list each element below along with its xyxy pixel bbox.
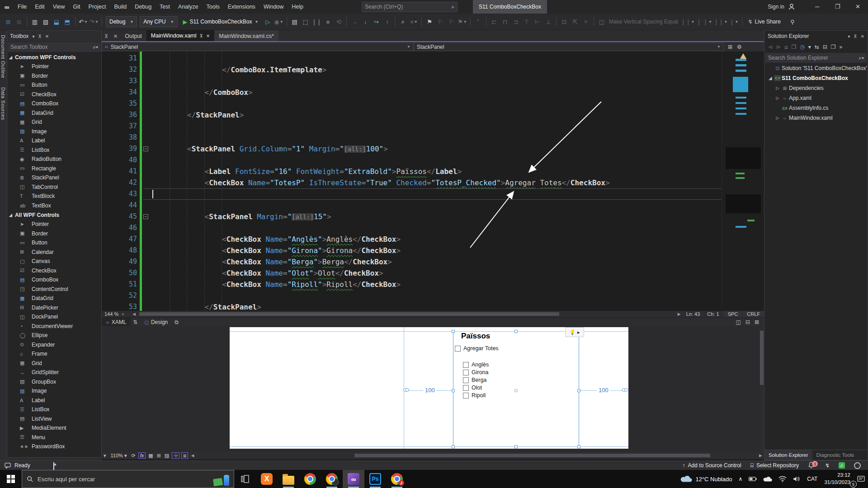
close-button[interactable]: ✕ xyxy=(848,0,868,14)
hscroll-left-icon[interactable]: ◀ xyxy=(131,312,137,316)
margin-anchor-right-icon[interactable] xyxy=(622,388,628,393)
tree-item-solution-s11-comboboxcheckbox-[interactable]: ⊡Solution 'S11 ComboBoxCheckBox' xyxy=(764,63,868,73)
tree-item-dependencies[interactable]: ▷⊞Dependencies xyxy=(764,83,868,93)
preview-checkbox-olot[interactable]: Olot xyxy=(463,385,482,391)
volume-icon[interactable] xyxy=(790,470,804,488)
pending-changes-filter-icon[interactable]: ◷ xyxy=(798,44,806,50)
step-into-icon[interactable]: ↓ xyxy=(360,17,371,27)
design-hscroll-left-icon[interactable]: ◀ xyxy=(189,453,196,458)
taskbar-app-photoshop[interactable]: Ps xyxy=(364,470,386,488)
tree-item-assemblyinfo-cs[interactable]: C#AssemblyInfo.cs xyxy=(764,103,868,113)
tree-item-s11-comboboxcheckbox[interactable]: ◢C#S11 ComboBoxCheckBox xyxy=(764,73,868,83)
toolbox-item-image[interactable]: ▨Image xyxy=(7,386,101,396)
preview-checkbox-master[interactable]: Agregar Totes xyxy=(455,345,499,352)
horizontal-split-icon[interactable]: ⊟ xyxy=(743,319,752,325)
breadcrumb-left-dropdown[interactable]: ‹› StackPanel ▼ xyxy=(102,42,414,51)
menu-window[interactable]: Window xyxy=(259,0,288,14)
design-vertical-scrollbar[interactable] xyxy=(760,331,764,385)
toolbox-item-groupbox[interactable]: ▧GroupBox xyxy=(7,377,101,387)
add-to-source-control-button[interactable]: ↑ Add to Source Control▲ xyxy=(678,462,746,469)
panel-pin-icon[interactable]: ⊼ xyxy=(854,34,857,39)
checkbox-box[interactable] xyxy=(463,393,469,399)
preview-label-paissos[interactable]: Païssos xyxy=(461,332,490,341)
designer-view-icon[interactable]: ⬚ xyxy=(300,17,311,27)
fold-collapse-icon[interactable]: − xyxy=(143,146,148,151)
code-line[interactable]: 44 xyxy=(102,200,722,211)
snap-to-snaplines-icon[interactable]: ⧈ xyxy=(181,452,188,459)
toolbox-item-listview[interactable]: ▤ListView xyxy=(7,414,101,424)
popout-icon[interactable]: ⧉ xyxy=(172,319,181,325)
menu-project[interactable]: Project xyxy=(85,0,110,14)
toolbox-item-button[interactable]: ▭Button xyxy=(7,80,101,90)
menu-analyze[interactable]: Analyze xyxy=(174,0,202,14)
search-highlight-image[interactable] xyxy=(213,472,229,486)
taskbar-app-explorer[interactable] xyxy=(278,470,299,488)
build-ok-shield-icon[interactable]: ✓ xyxy=(834,462,849,469)
toolbox-item-textblock[interactable]: TTextBlock xyxy=(7,192,101,201)
properties-icon[interactable]: ❐ xyxy=(829,44,838,50)
side-tab-data-sources[interactable]: Data Sources xyxy=(0,83,6,125)
margin-left-value[interactable]: 100 xyxy=(423,387,437,394)
code-line[interactable]: 31 xyxy=(102,53,722,64)
checkbox-box[interactable] xyxy=(463,377,469,383)
toolbox-section[interactable]: ◢Common WPF Controls xyxy=(7,52,101,62)
toolbox-item-datepicker[interactable]: ⊟DatePicker xyxy=(7,303,101,313)
split-window-icon[interactable]: ⊞ xyxy=(726,44,735,50)
preview-checkbox-ripoll[interactable]: Ripoll xyxy=(463,392,486,399)
checkbox-box[interactable] xyxy=(455,346,461,352)
preview-checkbox-girona[interactable]: Girona xyxy=(463,369,489,375)
toolbox-item-checkbox[interactable]: ☑CheckBox xyxy=(7,90,101,99)
toolbox-item-label[interactable]: ALabel xyxy=(7,136,101,145)
taskbar-app-chrome-profile[interactable] xyxy=(321,470,343,488)
onedrive-cloud-icon[interactable] xyxy=(760,470,775,488)
preview-checkbox-berga[interactable]: Berga xyxy=(463,377,486,383)
find-icon[interactable]: ⌕ xyxy=(397,17,408,27)
tree-item-mainwindow-xaml[interactable]: ▷‹›MainWindow.xaml xyxy=(764,113,868,123)
checkbox-box[interactable] xyxy=(463,385,469,391)
save-icon[interactable]: ⬓ xyxy=(51,17,62,27)
toolbox-item-expander[interactable]: ⊙Expander xyxy=(7,340,101,350)
toolbox-item-passwordbox[interactable]: ∗∗PasswordBox xyxy=(7,442,101,451)
collapse-all-icon[interactable]: ⊟ xyxy=(821,44,829,50)
toolbox-item-rectangle[interactable]: ▭Rectangle xyxy=(7,164,101,174)
solution-configuration-dropdown[interactable]: Debug▼ xyxy=(106,16,137,27)
start-button[interactable] xyxy=(0,470,22,488)
code-line[interactable]: 38 xyxy=(102,132,722,143)
toolbox-item-pointer[interactable]: ➤Pointer xyxy=(7,62,101,71)
menu-help[interactable]: Help xyxy=(288,0,307,14)
bottom-tab-diagnostic-tools[interactable]: Diagnostic Tools xyxy=(812,450,859,460)
menu-extensions[interactable]: Extensions xyxy=(224,0,259,14)
taskbar-app-chrome[interactable] xyxy=(299,470,321,488)
minimize-button[interactable]: ─ xyxy=(807,0,827,14)
code-line[interactable]: 50 <CheckBox Name="Olot">Olot</CheckBox> xyxy=(102,267,722,279)
toolbox-pin-icon[interactable]: ⊼ xyxy=(38,34,41,39)
toolbox-item-canvas[interactable]: ▢Canvas xyxy=(7,257,101,266)
taskbar-app-xampp[interactable]: X xyxy=(256,470,278,488)
background-tasks-icon[interactable]: ↯ xyxy=(821,462,834,469)
editor-settings-gear-icon[interactable]: ⚙ xyxy=(735,44,744,50)
toolbox-item-border[interactable]: ▣Border xyxy=(7,71,101,81)
select-repository-button[interactable]: ⌸ Select Repository▲ xyxy=(746,462,803,469)
menu-file[interactable]: File xyxy=(14,0,31,14)
toolbox-item-ellipse[interactable]: ◯Ellipse xyxy=(7,331,101,340)
side-tab-document-outline[interactable]: Document Outline xyxy=(0,30,6,83)
checkbox-box[interactable] xyxy=(463,370,469,375)
battery-icon[interactable] xyxy=(745,470,760,488)
effects-fx-icon[interactable]: fx xyxy=(138,452,146,459)
solution-search-input[interactable]: Search Solution Explorer ⌕▾ xyxy=(765,53,867,63)
xaml-code-editor[interactable]: 3132 </ComboBox.ItemTemplate>3334 </Comb… xyxy=(102,52,722,311)
quick-search-input[interactable]: Search (Ctrl+Q) ⌕ xyxy=(362,2,458,12)
hscroll-right-icon[interactable]: ▶ xyxy=(676,312,683,316)
toolbox-item-border[interactable]: ▣Border xyxy=(7,229,101,239)
toolbox-item-radiobutton[interactable]: ◉RadioButton xyxy=(7,155,101,164)
restore-button[interactable]: ❐ xyxy=(827,0,848,14)
taskbar-app-chrome-j[interactable]: J xyxy=(386,470,408,488)
code-line[interactable]: 39− <StackPanel Grid.Column="1" Margin="… xyxy=(102,143,722,155)
margin-anchor-left-icon[interactable] xyxy=(403,388,410,393)
collapsed-arrow-icon[interactable]: ▷ xyxy=(774,116,781,120)
live-share-button[interactable]: ↯ Live Share xyxy=(748,19,781,25)
step-out-icon[interactable]: ↑ xyxy=(382,17,392,27)
taskbar-search-input[interactable]: Escriu aquí per cercar xyxy=(22,470,234,488)
collapsed-arrow-icon[interactable]: ▷ xyxy=(774,96,781,100)
code-line[interactable]: 41 <Label FontSize="16" FontWeight="Extr… xyxy=(102,166,722,177)
